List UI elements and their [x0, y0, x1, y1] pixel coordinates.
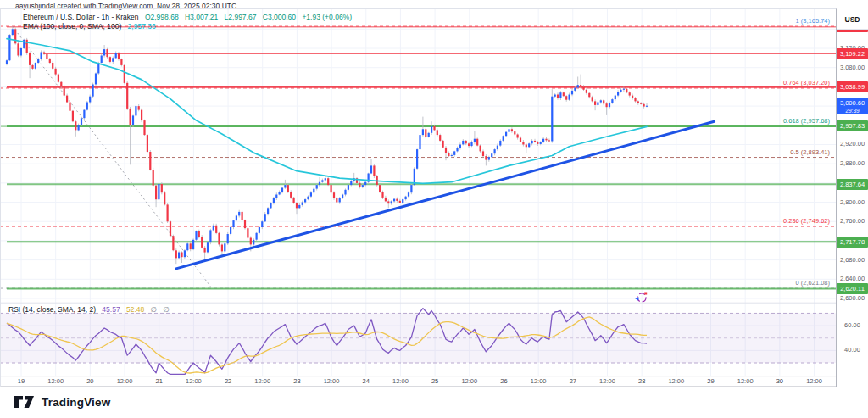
- tradingview-logo-icon: [14, 395, 36, 409]
- axis-price-label[interactable]: 2,620.11: [837, 283, 868, 294]
- axis-price-label[interactable]: 2,717.78: [837, 237, 868, 248]
- time-axis-day-label: 26: [500, 377, 507, 385]
- time-axis-day-label: 22: [225, 377, 231, 385]
- fib-level-label: 0.764 (3,037.20): [783, 79, 831, 86]
- time-axis-intraday-label: 12:00: [737, 377, 754, 385]
- rsi-band-lower: ∅: [163, 305, 169, 314]
- price-axis[interactable]: USD 3,120.003,080.002,920.002,880.002,80…: [837, 8, 868, 387]
- ohlc-low: L2,997.67: [225, 13, 257, 21]
- fib-level-label: 1 (3,165.74): [796, 17, 831, 25]
- time-axis-intraday-label: 12:00: [531, 377, 547, 385]
- time-axis-day-label: 28: [638, 377, 645, 385]
- replay-cycle-icon[interactable]: [635, 293, 647, 303]
- time-axis-day-label: 23: [293, 377, 300, 385]
- fib-level-label: 0 (2,621.08): [796, 279, 831, 287]
- symbol-title: Ethereum / U.S. Dollar - 1h - Kraken: [23, 13, 139, 21]
- rsi-ma-value: 52.48: [126, 305, 144, 314]
- time-axis-intraday-label: 12:00: [806, 377, 822, 385]
- rsi-tick-label: 40.00: [837, 346, 868, 354]
- time-axis-intraday-label: 12:00: [117, 377, 133, 385]
- fib-level-label: 0.618 (2,957.68): [783, 117, 831, 125]
- time-axis-day-label: 24: [363, 377, 370, 385]
- fib-level-label: 0.5 (2,893.41): [790, 148, 830, 156]
- axis-price-label[interactable]: 3,038.99: [837, 81, 868, 92]
- rsi-tick-label: 60.00: [837, 321, 868, 329]
- ema-legend[interactable]: EMA (100, close, 0, SMA, 100) 2,957.36: [23, 22, 156, 31]
- time-axis-day-label: 29: [707, 377, 714, 385]
- price-tick-label: 2,680.00: [837, 256, 868, 264]
- time-axis-intraday-label: 12:00: [324, 377, 340, 385]
- price-tick-label: 3,080.00: [837, 64, 868, 71]
- ohlc-change: +1.93 (+0.06%): [302, 13, 352, 21]
- time-axis-day-label: 19: [18, 377, 25, 385]
- axis-price-label[interactable]: 2,837.64: [837, 179, 868, 190]
- time-axis-day-label: 21: [156, 377, 163, 385]
- time-axis-day-label: 20: [86, 377, 93, 385]
- rsi-value: 45.57: [102, 305, 120, 314]
- price-tick-label: 2,920.00: [837, 140, 868, 148]
- axis-price-label[interactable]: 3,109.22: [837, 48, 868, 59]
- time-axis-intraday-label: 12:00: [668, 377, 684, 385]
- axis-price-label[interactable]: 2,957.83: [837, 120, 868, 131]
- time-axis-intraday-label: 12:00: [47, 377, 64, 385]
- rsi-label: RSI (14, close, SMA, 14, 2): [8, 305, 96, 314]
- tradingview-published-chart: aayushjindal created with TradingView.co…: [0, 0, 868, 418]
- axis-price-label[interactable]: 3,000.6029:39: [837, 98, 868, 114]
- price-tick-label: 2,600.00: [837, 294, 868, 302]
- ema-label: EMA (100, close, 0, SMA, 100): [23, 22, 121, 31]
- time-axis-intraday-label: 12:00: [599, 377, 615, 385]
- time-axis-day-label: 30: [776, 377, 783, 385]
- price-tick-label: 2,880.00: [837, 159, 868, 167]
- ohlc-close: C3,000.60: [263, 13, 296, 21]
- fib-level-label: 0.236 (2,749.62): [783, 217, 831, 225]
- rsi-band-upper: ∅: [151, 305, 157, 314]
- price-tick-label: 2,800.00: [837, 198, 868, 206]
- time-axis[interactable]: 1912:002012:002112:002212:002312:002412:…: [0, 376, 836, 387]
- time-axis-intraday-label: 12:00: [186, 377, 202, 385]
- axis-currency-label: USD: [837, 10, 868, 30]
- brand-name: TradingView: [42, 396, 110, 409]
- time-axis-day-label: 27: [570, 377, 576, 385]
- footer-branding[interactable]: TradingView: [14, 392, 110, 412]
- ema-value: 2,957.36: [128, 22, 156, 31]
- time-axis-intraday-label: 12:00: [461, 377, 477, 385]
- chart-canvas[interactable]: 1 (3,165.74)0.764 (3,037.20)0.618 (2,957…: [0, 0, 868, 418]
- ohlc-high: H3,007.21: [185, 13, 218, 21]
- price-tick-label: 2,640.00: [837, 275, 868, 282]
- time-axis-day-label: 25: [431, 377, 438, 385]
- price-tick-label: 2,760.00: [837, 217, 868, 225]
- symbol-legend[interactable]: Ethereum / U.S. Dollar - 1h - Kraken O2,…: [23, 13, 352, 22]
- ohlc-open: O2,998.68: [145, 13, 179, 21]
- rsi-legend[interactable]: RSI (14, close, SMA, 14, 2) 45.57 52.48 …: [8, 305, 170, 314]
- time-axis-intraday-label: 12:00: [254, 377, 270, 385]
- time-axis-intraday-label: 12:00: [392, 377, 409, 385]
